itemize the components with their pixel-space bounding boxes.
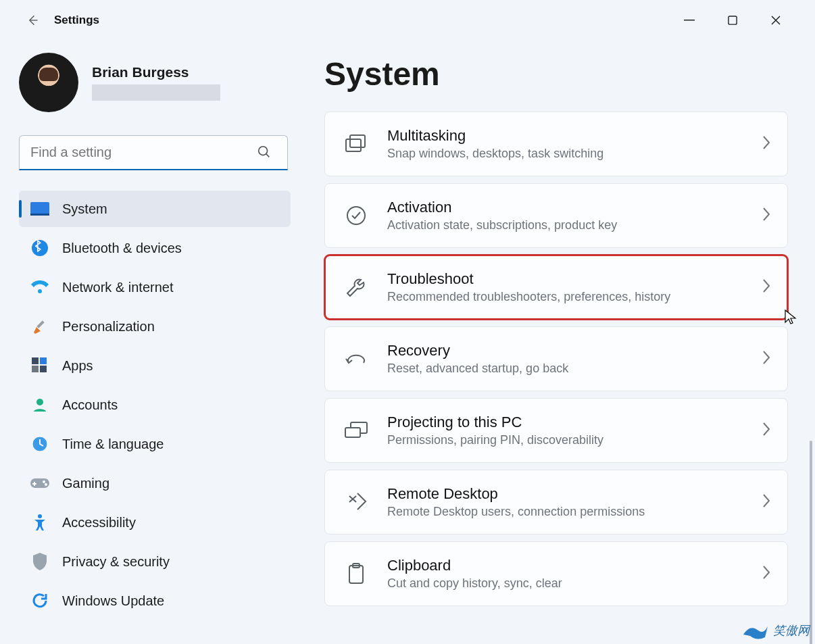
nav-item-time-language[interactable]: Time & language [19, 426, 291, 462]
nav-label: Personalization [62, 319, 155, 335]
svg-rect-9 [40, 357, 47, 364]
settings-card-list: Multitasking Snap windows, desktops, tas… [324, 112, 788, 606]
chevron-right-icon [762, 493, 771, 511]
nav-item-apps[interactable]: Apps [19, 347, 291, 384]
card-subtitle: Remote Desktop users, connection permiss… [387, 505, 762, 519]
card-troubleshoot[interactable]: Troubleshoot Recommended troubleshooters… [324, 255, 788, 320]
accessibility-icon [30, 512, 50, 532]
page-title: System [324, 55, 788, 93]
svg-point-2 [259, 147, 268, 155]
wrench-icon [344, 275, 368, 299]
bluetooth-icon [30, 238, 50, 258]
search-box[interactable] [19, 135, 291, 170]
avatar [19, 53, 78, 112]
nav-item-bluetooth[interactable]: Bluetooth & devices [19, 230, 291, 266]
card-subtitle: Reset, advanced startup, go back [387, 362, 762, 376]
card-subtitle: Activation state, subscriptions, product… [387, 218, 762, 232]
chevron-right-icon [762, 350, 771, 368]
card-subtitle: Cut and copy history, sync, clear [387, 576, 762, 591]
svg-rect-19 [32, 483, 36, 485]
card-multitasking[interactable]: Multitasking Snap windows, desktops, tas… [324, 112, 788, 176]
nav-item-network[interactable]: Network & internet [19, 269, 291, 305]
card-title: Clipboard [387, 557, 762, 574]
nav-item-accounts[interactable]: Accounts [19, 387, 291, 423]
nav-label: Accessibility [62, 515, 136, 530]
svg-rect-11 [40, 366, 47, 372]
apps-icon [30, 355, 50, 376]
svg-point-17 [45, 483, 47, 486]
back-button[interactable] [19, 7, 46, 34]
clipboard-icon [344, 562, 368, 586]
card-title: Remote Desktop [387, 485, 762, 503]
card-remote-desktop[interactable]: Remote Desktop Remote Desktop users, con… [324, 470, 788, 535]
check-circle-icon [344, 203, 368, 228]
minimize-icon [684, 15, 695, 26]
minimize-button[interactable] [676, 7, 703, 34]
chevron-right-icon [762, 278, 771, 296]
chevron-right-icon [762, 422, 771, 439]
nav-item-accessibility[interactable]: Accessibility [19, 504, 291, 541]
svg-rect-4 [30, 214, 49, 216]
card-subtitle: Recommended troubleshooters, preferences… [387, 290, 762, 304]
nav-label: System [62, 201, 107, 217]
card-recovery[interactable]: Recovery Reset, advanced startup, go bac… [324, 326, 788, 391]
svg-rect-8 [32, 357, 39, 364]
card-title: Activation [387, 199, 762, 216]
nav-label: Time & language [62, 437, 164, 452]
recovery-icon [344, 347, 368, 371]
system-icon [30, 199, 50, 219]
nav-item-gaming[interactable]: Gaming [19, 465, 291, 501]
card-title: Recovery [387, 342, 762, 360]
user-name: Brian Burgess [92, 64, 220, 80]
nav-label: Accounts [62, 397, 118, 413]
card-subtitle: Permissions, pairing PIN, discoverabilit… [387, 433, 762, 447]
watermark-logo-icon [742, 621, 769, 640]
svg-rect-10 [32, 366, 39, 372]
shield-icon [30, 551, 50, 572]
vertical-scrollbar[interactable] [810, 441, 812, 644]
card-activation[interactable]: Activation Activation state, subscriptio… [324, 183, 788, 248]
card-projecting[interactable]: Projecting to this PC Permissions, pairi… [324, 398, 788, 463]
search-input[interactable] [19, 135, 288, 170]
user-email-redacted [92, 84, 220, 101]
gamepad-icon [30, 473, 50, 493]
card-title: Multitasking [387, 127, 762, 145]
nav-item-system[interactable]: System [19, 191, 291, 227]
sidebar: Brian Burgess System Bluetooth & devices [0, 41, 297, 644]
arrow-left-icon [26, 14, 39, 27]
app-title: Settings [54, 14, 99, 27]
nav-label: Windows Update [62, 593, 164, 609]
svg-rect-1 [728, 16, 736, 24]
titlebar: Settings [0, 0, 815, 41]
nav-item-windows-update[interactable]: Windows Update [19, 583, 291, 619]
card-title: Troubleshoot [387, 270, 762, 288]
clock-globe-icon [30, 434, 50, 454]
svg-point-20 [38, 514, 42, 518]
multitasking-icon [344, 132, 368, 156]
paintbrush-icon [30, 316, 50, 337]
nav-item-privacy[interactable]: Privacy & security [19, 543, 291, 580]
close-button[interactable] [762, 7, 789, 34]
svg-rect-0 [684, 20, 695, 21]
nav-label: Apps [62, 358, 93, 374]
maximize-button[interactable] [719, 7, 746, 34]
svg-point-16 [43, 480, 45, 483]
svg-point-23 [347, 207, 365, 224]
svg-rect-7 [36, 320, 44, 328]
main-content: System Multitasking Snap windows, deskto… [297, 41, 815, 644]
person-icon [30, 395, 50, 415]
chevron-right-icon [762, 207, 771, 224]
svg-point-12 [36, 399, 43, 405]
nav-label: Network & internet [62, 280, 174, 295]
nav-item-personalization[interactable]: Personalization [19, 308, 291, 345]
user-profile[interactable]: Brian Burgess [19, 53, 291, 112]
close-icon [770, 15, 781, 26]
search-icon [257, 145, 272, 162]
nav-label: Privacy & security [62, 554, 170, 570]
card-subtitle: Snap windows, desktops, task switching [387, 147, 762, 161]
remote-desktop-icon [344, 490, 368, 514]
svg-rect-25 [345, 428, 360, 437]
watermark: 笑傲网 [742, 621, 810, 640]
chevron-right-icon [762, 135, 771, 153]
card-clipboard[interactable]: Clipboard Cut and copy history, sync, cl… [324, 541, 788, 606]
